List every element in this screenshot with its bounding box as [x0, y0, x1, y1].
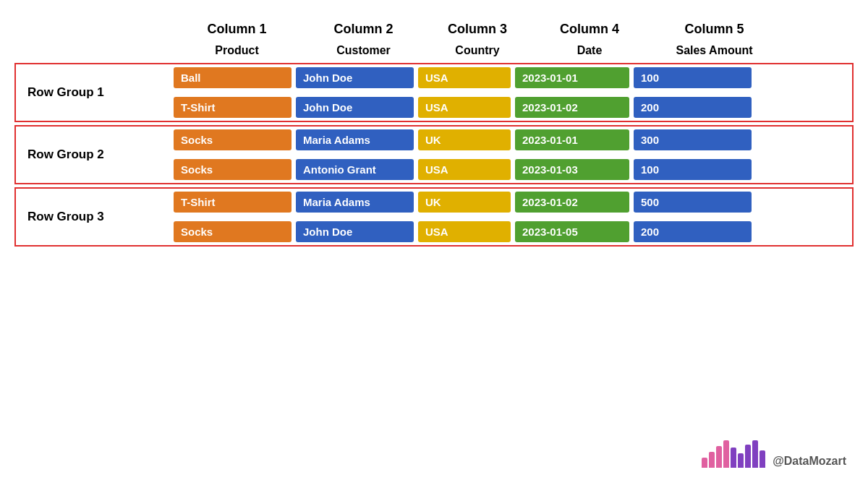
cell-country: USA [418, 67, 511, 88]
row-group-2-data: SocksMaria AdamsUK2023-01-01300SocksAnto… [174, 127, 852, 183]
row-group-1-data: BallJohn DoeUSA2023-01-01100T-ShirtJohn … [174, 64, 852, 121]
row-group-1: Row Group 1BallJohn DoeUSA2023-01-01100T… [14, 63, 854, 122]
sub-headers: Product Customer Country Date Sales Amou… [174, 44, 854, 57]
cell-customer: Antonio Grant [296, 159, 414, 180]
cell-country: UK [418, 192, 511, 213]
row-group-1-label: Row Group 1 [16, 64, 174, 121]
cell-product: Ball [174, 67, 292, 88]
col-header-1: Column 1 [174, 22, 300, 37]
cell-date: 2023-01-03 [515, 159, 629, 180]
col-header-2: Column 2 [300, 22, 427, 37]
cell-product: T-Shirt [174, 192, 292, 213]
cell-sales: 100 [634, 67, 752, 88]
sub-header-date: Date [528, 44, 651, 57]
cell-date: 2023-01-02 [515, 97, 629, 118]
row-group-1-row-2: T-ShirtJohn DoeUSA2023-01-02200 [174, 94, 852, 121]
cell-product: T-Shirt [174, 97, 292, 118]
cell-country: USA [418, 159, 511, 180]
cell-customer: Maria Adams [296, 192, 414, 213]
row-groups-container: Row Group 1BallJohn DoeUSA2023-01-01100T… [14, 63, 854, 247]
row-group-3-row-1: T-ShirtMaria AdamsUK2023-01-02500 [174, 189, 852, 215]
cell-date: 2023-01-05 [515, 221, 629, 242]
sub-header-customer: Customer [300, 44, 427, 57]
row-group-3: Row Group 3T-ShirtMaria AdamsUK2023-01-0… [14, 187, 854, 247]
main-container: Column 1 Column 2 Column 3 Column 4 Colu… [0, 0, 868, 264]
cell-date: 2023-01-01 [515, 67, 629, 88]
cell-country: UK [418, 129, 511, 150]
cell-customer: John Doe [296, 97, 414, 118]
sub-header-sales: Sales Amount [651, 44, 778, 57]
row-group-1-row-1: BallJohn DoeUSA2023-01-01100 [174, 64, 852, 91]
row-group-3-row-2: SocksJohn DoeUSA2023-01-05200 [174, 218, 852, 245]
cell-country: USA [418, 97, 511, 118]
sub-header-product: Product [174, 44, 300, 57]
cell-sales: 500 [634, 192, 752, 213]
cell-customer: Maria Adams [296, 129, 414, 150]
watermark: @DataMozart [702, 439, 846, 468]
sub-header-country: Country [427, 44, 528, 57]
watermark-text: @DataMozart [773, 455, 846, 468]
cell-product: Socks [174, 221, 292, 242]
row-group-3-data: T-ShirtMaria AdamsUK2023-01-02500SocksJo… [174, 189, 852, 245]
cell-customer: John Doe [296, 221, 414, 242]
row-group-2: Row Group 2SocksMaria AdamsUK2023-01-013… [14, 125, 854, 184]
cell-sales: 300 [634, 129, 752, 150]
cell-product: Socks [174, 129, 292, 150]
col-header-4: Column 4 [528, 22, 651, 37]
col-header-3: Column 3 [427, 22, 528, 37]
row-group-3-label: Row Group 3 [16, 189, 174, 245]
cell-country: USA [418, 221, 511, 242]
col-header-5: Column 5 [651, 22, 778, 37]
cell-customer: John Doe [296, 67, 414, 88]
cell-sales: 200 [634, 221, 752, 242]
column-headers: Column 1 Column 2 Column 3 Column 4 Colu… [174, 22, 854, 37]
cell-product: Socks [174, 159, 292, 180]
row-group-2-row-1: SocksMaria AdamsUK2023-01-01300 [174, 127, 852, 153]
cell-date: 2023-01-02 [515, 192, 629, 213]
cell-sales: 200 [634, 97, 752, 118]
row-group-2-row-2: SocksAntonio GrantUSA2023-01-03100 [174, 156, 852, 183]
cell-sales: 100 [634, 159, 752, 180]
chart-icon [702, 439, 765, 468]
cell-date: 2023-01-01 [515, 129, 629, 150]
row-group-2-label: Row Group 2 [16, 127, 174, 183]
